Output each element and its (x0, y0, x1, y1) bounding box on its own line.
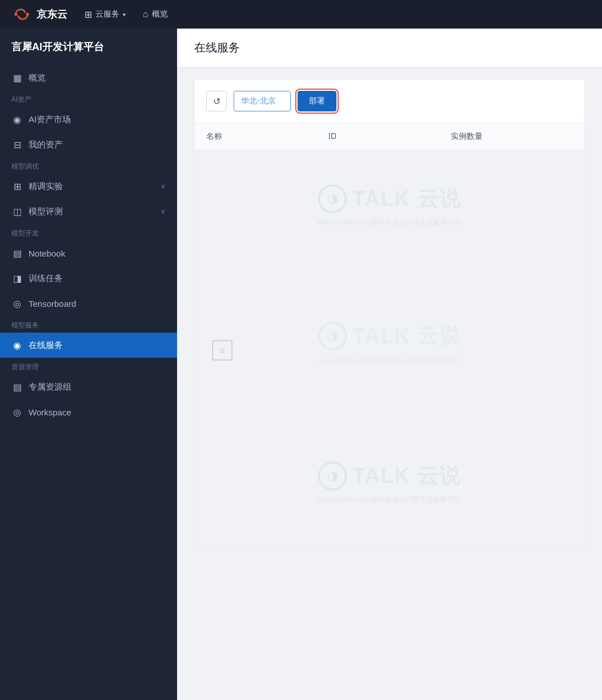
notebook-icon: ▤ (11, 247, 23, 259)
sidebar-item-notebook[interactable]: ▤ Notebook (0, 241, 177, 266)
region-label: 华北-北京 (241, 96, 276, 106)
table-col-name: 名称 (206, 131, 328, 142)
eval-icon: ◫ (11, 206, 23, 217)
sidebar-section-model-dev: 模型开发 (0, 224, 177, 241)
nav-cloud-services-label: 云服务 (95, 9, 119, 19)
sidebar-item-tensorboard[interactable]: ◎ Tensorboard (0, 291, 177, 316)
sidebar-item-overview[interactable]: ▦ 概览 (0, 65, 177, 90)
sidebar-item-finetune-label: 精调实验 (29, 181, 63, 192)
resource-group-icon: ▤ (11, 381, 23, 393)
table-container: 名称 ID 实例数量 ◑ TALK 云说 -www.idctalk.com-国内… (194, 123, 585, 551)
sidebar-item-my-assets[interactable]: ⊟ 我的资产 (0, 132, 177, 157)
sidebar: 言犀AI开发计算平台 ▦ 概览 AI资产 ◉ AI资产市场 ⊟ 我的资产 模型调… (0, 29, 177, 700)
sidebar-item-resource-group[interactable]: ▤ 专属资源组 (0, 374, 177, 399)
cloud-services-icon: ⊞ (85, 9, 92, 20)
sidebar-item-training[interactable]: ◨ 训练任务 (0, 266, 177, 291)
sidebar-section-resource-mgmt: 资源管理 (0, 358, 177, 374)
nav-cloud-services[interactable]: ⊞ 云服务 ▾ (85, 9, 126, 20)
sidebar-section-model-tuning: 模型调优 (0, 157, 177, 174)
app-title: 言犀AI开发计算平台 (0, 40, 177, 65)
online-service-icon: ◉ (11, 339, 23, 351)
sidebar-section-model-service: 模型服务 (0, 316, 177, 333)
page-header: 在线服务 (177, 29, 602, 67)
svg-point-1 (26, 13, 29, 15)
ai-market-icon: ◉ (11, 114, 23, 125)
content-area: ↺ 华北-北京 部署 名称 ID 实例数量 (177, 67, 602, 562)
sidebar-item-overview-label: 概览 (29, 73, 46, 83)
sidebar-item-eval-label: 模型评测 (29, 206, 63, 217)
training-icon: ◨ (11, 273, 23, 284)
sidebar-item-finetune[interactable]: ⊞ 精调实验 ∨ (0, 174, 177, 199)
workspace-icon: ◎ (11, 406, 23, 418)
tensorboard-icon: ◎ (11, 298, 23, 309)
overview-icon: ▦ (11, 72, 23, 83)
page-title: 在线服务 (194, 40, 585, 55)
sidebar-item-ai-market-label: AI资产市场 (29, 114, 71, 125)
sidebar-item-eval[interactable]: ◫ 模型评测 ∨ (0, 199, 177, 224)
sidebar-item-notebook-label: Notebook (29, 249, 65, 258)
deploy-button[interactable]: 部署 (298, 91, 336, 111)
sidebar-item-workspace[interactable]: ◎ Workspace (0, 399, 177, 425)
sidebar-item-online-service[interactable]: ◉ 在线服务 (0, 333, 177, 358)
nav-overview-label: 概览 (152, 9, 168, 19)
sidebar-item-workspace-label: Workspace (29, 407, 71, 417)
logo[interactable]: 京东云 (11, 7, 67, 21)
finetune-chevron-icon: ∨ (160, 182, 166, 190)
table-header: 名称 ID 实例数量 (195, 123, 584, 150)
main-content: 在线服务 ↺ 华北-北京 部署 名称 ID 实例数量 (177, 29, 602, 700)
toolbar: ↺ 华北-北京 部署 (194, 79, 585, 123)
my-assets-icon: ⊟ (11, 139, 23, 150)
sidebar-item-resource-group-label: 专属资源组 (29, 382, 71, 393)
region-selector[interactable]: 华北-北京 (234, 91, 291, 111)
table-col-instances: 实例数量 (451, 131, 573, 142)
eval-chevron-icon: ∨ (160, 207, 166, 215)
nav-overview[interactable]: ⌂ 概览 (143, 9, 168, 19)
sidebar-item-ai-market[interactable]: ◉ AI资产市场 (0, 107, 177, 132)
logo-text: 京东云 (37, 7, 67, 21)
sidebar-item-training-label: 训练任务 (29, 273, 63, 284)
sidebar-item-tensorboard-label: Tensorboard (29, 299, 76, 309)
finetune-icon: ⊞ (11, 181, 23, 192)
sidebar-item-online-service-label: 在线服务 (29, 340, 63, 351)
refresh-button[interactable]: ↺ (206, 91, 227, 111)
sidebar-section-ai-assets: AI资产 (0, 90, 177, 107)
table-empty-state: ◑ TALK 云说 -www.idctalk.com-国内专业云计算交流服务平台… (195, 150, 584, 550)
top-navigation: 京东云 ⊞ 云服务 ▾ ⌂ 概览 (0, 0, 602, 29)
table-col-id: ID (328, 131, 451, 142)
home-icon: ⌂ (143, 9, 149, 19)
sidebar-item-my-assets-label: 我的资产 (29, 139, 63, 150)
chevron-down-icon: ▾ (123, 11, 126, 18)
svg-point-0 (14, 13, 17, 15)
